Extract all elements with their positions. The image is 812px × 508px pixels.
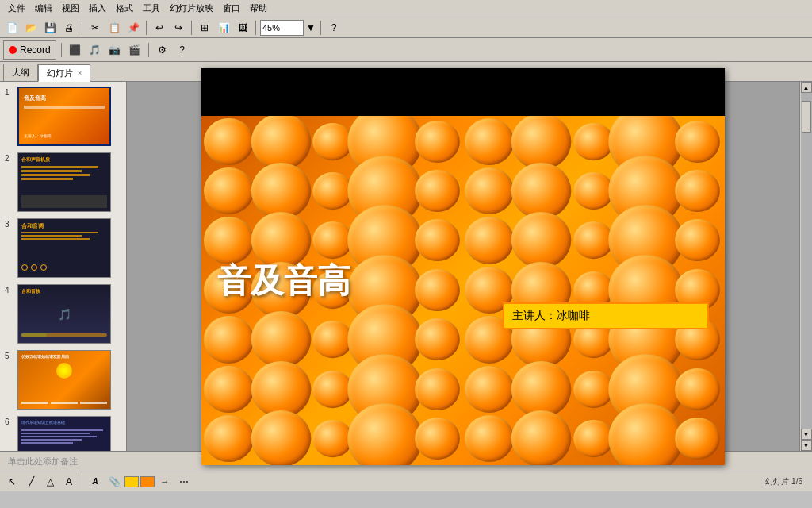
zoom-input[interactable]: 45%: [260, 20, 304, 36]
slide-item-5[interactable]: 5 仿效五线谱如线谱双阶局面: [3, 348, 123, 411]
main-layout: 1 音及音高 主讲人：冰咖啡 2 合和声音机质: [0, 82, 812, 451]
menu-view[interactable]: 视图: [57, 1, 84, 16]
slide-canvas[interactable]: 音及音高 主讲人：冰咖啡: [201, 68, 725, 465]
thumb2-block: [21, 195, 107, 208]
scroll-down-btn-top[interactable]: ▼: [801, 429, 812, 440]
menu-bar: 文件 编辑 视图 插入 格式 工具 幻灯片放映 窗口 帮助: [0, 0, 812, 17]
drawing-toolbar: ↖ ╱ △ A A 📎 → ⋯ 幻灯片 1/6: [0, 471, 812, 491]
sep1: [82, 21, 82, 35]
slide-area: 音及音高 主讲人：冰咖啡: [127, 82, 799, 451]
slide-thumb-2: 合和声音机质: [17, 152, 111, 212]
menu-tools[interactable]: 工具: [138, 1, 165, 16]
rec-btn5[interactable]: ⚙: [154, 42, 171, 58]
insert-chart-button[interactable]: 📊: [215, 20, 232, 36]
slide-number-1: 1: [5, 87, 14, 97]
thumb6-title: 现代乐谱知识五线谱基础: [21, 420, 65, 425]
slide-item-1[interactable]: 1 音及音高 主讲人：冰咖啡: [3, 85, 123, 148]
rec-btn1[interactable]: ⬛: [67, 42, 84, 58]
rec-btn3[interactable]: 📷: [106, 42, 124, 58]
draw-wordart-btn[interactable]: A: [86, 474, 104, 490]
thumb1-sub: 主讲人：冰咖啡: [24, 133, 52, 138]
slide-title[interactable]: 音及音高: [217, 259, 350, 303]
thumb2-lines: [21, 166, 107, 182]
thumb4-icon: 🎵: [58, 308, 71, 321]
menu-edit[interactable]: 编辑: [30, 1, 57, 16]
rec-sep1: [61, 43, 62, 57]
save-button[interactable]: 💾: [41, 20, 59, 36]
draw-more-btn[interactable]: ⋯: [175, 474, 193, 490]
scrollbar-thumb[interactable]: [802, 101, 811, 133]
record-toolbar: Record ⬛ 🎵 📷 🎬 ⚙ ?: [0, 38, 812, 62]
draw-arrow-btn[interactable]: →: [156, 474, 174, 490]
draw-line-btn[interactable]: ╱: [22, 474, 40, 490]
tab-close-icon[interactable]: ×: [78, 69, 82, 77]
scroll-down-btn-bottom[interactable]: ▼: [801, 440, 812, 451]
slide-panel[interactable]: 1 音及音高 主讲人：冰咖啡 2 合和声音机质: [0, 82, 127, 451]
tab-slides-label: 幻灯片: [47, 67, 73, 79]
rec-btn4[interactable]: 🎬: [126, 42, 144, 58]
menu-slideshow[interactable]: 幻灯片放映: [165, 1, 218, 16]
thumb4-title: 合和音轨: [21, 288, 40, 295]
thumb5-circle: [56, 363, 72, 379]
right-scrollbar: ▲ ▼ ▼: [799, 82, 812, 451]
notes-placeholder: 单击此处添加备注: [8, 456, 78, 468]
slide-item-4[interactable]: 4 合和音轨 🎵: [3, 283, 123, 345]
sep4: [255, 21, 256, 35]
zoom-box: 45% ▼: [260, 20, 316, 36]
thumb2-title: 合和声音机质: [21, 156, 50, 164]
thumb5-title: 仿效五线谱如线谱双阶局面: [21, 354, 69, 359]
open-button[interactable]: 📂: [22, 20, 40, 36]
cut-button[interactable]: ✂: [86, 20, 104, 36]
thumb1-bar: [24, 106, 105, 109]
toolbar1: 📄 📂 💾 🖨 ✂ 📋 📌 ↩ ↪ ⊞ 📊 🖼 45% ▼ ?: [0, 17, 812, 38]
thumb6-lines: [21, 429, 107, 445]
rec-sep2: [148, 43, 149, 57]
draw-shapes-btn[interactable]: △: [41, 474, 59, 490]
menu-help[interactable]: 帮助: [245, 1, 272, 16]
undo-button[interactable]: ↩: [151, 20, 168, 36]
slide-status: 幻灯片 1/6: [765, 476, 809, 487]
new-button[interactable]: 📄: [3, 20, 21, 36]
slide-item-2[interactable]: 2 合和声音机质: [3, 151, 123, 214]
slide-thumb-5: 仿效五线谱如线谱双阶局面: [17, 350, 111, 410]
record-button[interactable]: Record: [3, 40, 56, 60]
menu-format[interactable]: 格式: [111, 1, 138, 16]
slide-thumb-1: 音及音高 主讲人：冰咖啡: [17, 87, 111, 146]
slide-item-6[interactable]: 6 现代乐谱知识五线谱基础: [3, 414, 123, 451]
tab-slides[interactable]: 幻灯片 ×: [38, 64, 90, 82]
rec-btn2[interactable]: 🎵: [86, 42, 104, 58]
slide-number-2: 2: [5, 152, 14, 163]
redo-button[interactable]: ↪: [170, 20, 187, 36]
paste-button[interactable]: 📌: [124, 20, 142, 36]
insert-table-button[interactable]: ⊞: [196, 20, 213, 36]
draw-color2-btn[interactable]: [140, 476, 155, 487]
tab-outline-label: 大纲: [12, 67, 29, 79]
zoom-dropdown-btn[interactable]: ▼: [305, 20, 316, 36]
slide-number-3: 3: [5, 218, 14, 229]
menu-file[interactable]: 文件: [3, 1, 30, 16]
draw-select-btn[interactable]: ↖: [3, 474, 21, 490]
scroll-up-btn[interactable]: ▲: [801, 82, 812, 93]
slide-number-5: 5: [5, 350, 14, 360]
slide-thumb-3: 合和音调: [17, 218, 111, 278]
draw-sep1: [82, 475, 82, 489]
tab-outline[interactable]: 大纲: [3, 64, 38, 81]
menu-insert[interactable]: 插入: [84, 1, 111, 16]
sep5: [320, 21, 321, 35]
sep3: [191, 21, 192, 35]
print-button[interactable]: 🖨: [60, 20, 78, 36]
scrollbar-track[interactable]: [801, 93, 812, 429]
draw-text-btn[interactable]: A: [60, 474, 78, 490]
slide-subtitle-box[interactable]: 主讲人：冰咖啡: [503, 302, 709, 329]
insert-picture-button[interactable]: 🖼: [234, 20, 251, 36]
slide-number-4: 4: [5, 284, 14, 294]
record-dot-icon: [9, 46, 17, 54]
help-icon-btn[interactable]: ?: [325, 20, 343, 36]
draw-color1-btn[interactable]: [124, 476, 139, 487]
copy-button[interactable]: 📋: [105, 20, 123, 36]
slide-item-3[interactable]: 3 合和音调: [3, 217, 123, 279]
record-label: Record: [20, 44, 51, 56]
menu-window[interactable]: 窗口: [218, 1, 245, 16]
draw-clip-btn[interactable]: 📎: [105, 474, 123, 490]
rec-help-btn[interactable]: ?: [174, 42, 191, 58]
